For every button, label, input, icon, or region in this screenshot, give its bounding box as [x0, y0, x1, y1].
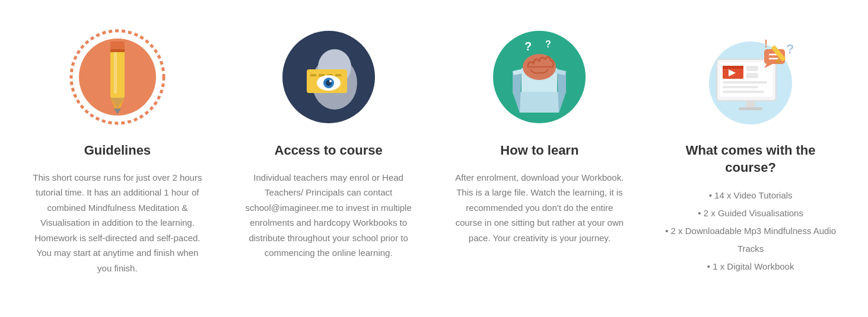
access-title: Access to course: [275, 142, 383, 159]
how-to-learn-title: How to learn: [500, 142, 578, 159]
what-comes-icon-area: ? !: [697, 24, 804, 130]
screen-tools-icon: ? !: [700, 27, 801, 127]
svg-rect-14: [310, 74, 316, 76]
svg-text:?: ?: [545, 39, 551, 49]
guidelines-card: Guidelines This short course runs for ju…: [12, 18, 223, 299]
what-comes-list: 14 x Video Tutorials 2 x Guided Visualis…: [663, 187, 838, 276]
what-comes-card: ? ! What comes with the course? 14 x Vid…: [645, 18, 856, 299]
svg-point-21: [329, 80, 332, 82]
access-icon-area: [275, 24, 382, 130]
how-to-learn-card: ? ? How to learn After enrolment, downlo…: [434, 18, 646, 299]
brain-box-icon: ? ?: [489, 27, 590, 127]
svg-rect-8: [110, 49, 125, 52]
svg-rect-42: [723, 86, 758, 88]
svg-rect-40: [746, 73, 758, 78]
list-item: 1 x Digital Workbook: [663, 258, 838, 276]
guidelines-text: This short course runs for just over 2 h…: [30, 170, 205, 276]
svg-marker-23: [513, 92, 566, 113]
svg-rect-37: [723, 66, 743, 69]
guidelines-icon-area: [64, 24, 171, 130]
svg-rect-41: [723, 81, 767, 84]
svg-rect-17: [335, 74, 341, 76]
access-card: Access to course Individual teachers may…: [223, 18, 434, 299]
svg-rect-5: [114, 49, 117, 94]
eye-head-icon: [278, 27, 379, 127]
svg-rect-39: [746, 66, 758, 71]
svg-text:?: ?: [786, 41, 794, 56]
how-to-learn-text: After enrolment, download your Workbook.…: [452, 170, 628, 246]
svg-rect-43: [723, 91, 764, 93]
what-comes-title: What comes with the course?: [663, 142, 838, 176]
access-text: Individual teachers may enrol or Head Te…: [241, 170, 416, 261]
svg-text:!: !: [764, 38, 768, 50]
list-item: 2 x Guided Visualisations: [663, 204, 838, 222]
svg-rect-44: [746, 101, 755, 108]
pencil-circle-icon: [67, 27, 168, 127]
list-item: 14 x Video Tutorials: [663, 187, 838, 204]
svg-rect-2: [110, 44, 125, 98]
how-to-learn-icon-area: ? ?: [486, 24, 593, 130]
svg-rect-45: [739, 107, 762, 110]
guidelines-title: Guidelines: [84, 142, 151, 159]
list-item: 2 x Downloadable Mp3 Mindfulness Audio T…: [663, 222, 838, 258]
page-container: Guidelines This short course runs for ju…: [0, 0, 868, 317]
svg-text:?: ?: [524, 40, 532, 53]
